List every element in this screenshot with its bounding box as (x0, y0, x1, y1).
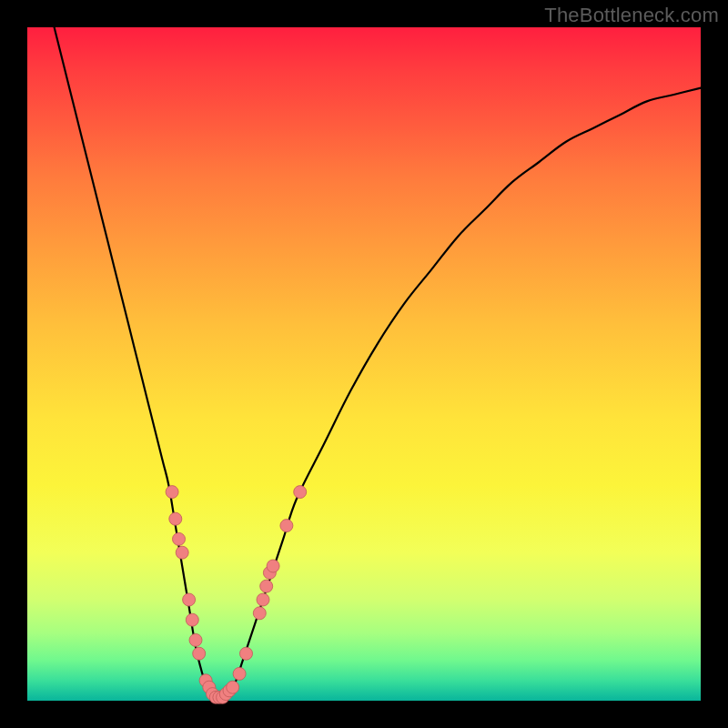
marker-dot (240, 647, 253, 660)
marker-dot (186, 613, 198, 626)
marker-dot (193, 647, 206, 660)
marker-dot (173, 532, 186, 545)
marker-dot (166, 486, 178, 499)
marker-dots-layer (166, 486, 307, 704)
watermark-text: TheBottleneck.com (544, 4, 719, 27)
marker-dot (189, 633, 202, 646)
plot-area (27, 27, 701, 701)
marker-dot (267, 560, 279, 572)
marker-dot (233, 667, 246, 680)
curve-layer (55, 27, 701, 702)
marker-dot (294, 486, 307, 499)
marker-dot (169, 512, 182, 525)
marker-dot (183, 593, 196, 606)
marker-dot (227, 681, 239, 693)
marker-dot (257, 593, 269, 606)
chart-frame: TheBottleneck.com (0, 0, 728, 728)
marker-dot (280, 520, 293, 532)
bottleneck-curve (55, 27, 701, 702)
marker-dot (253, 607, 266, 620)
marker-dot (260, 580, 273, 592)
chart-svg (27, 27, 701, 701)
marker-dot (176, 546, 188, 559)
